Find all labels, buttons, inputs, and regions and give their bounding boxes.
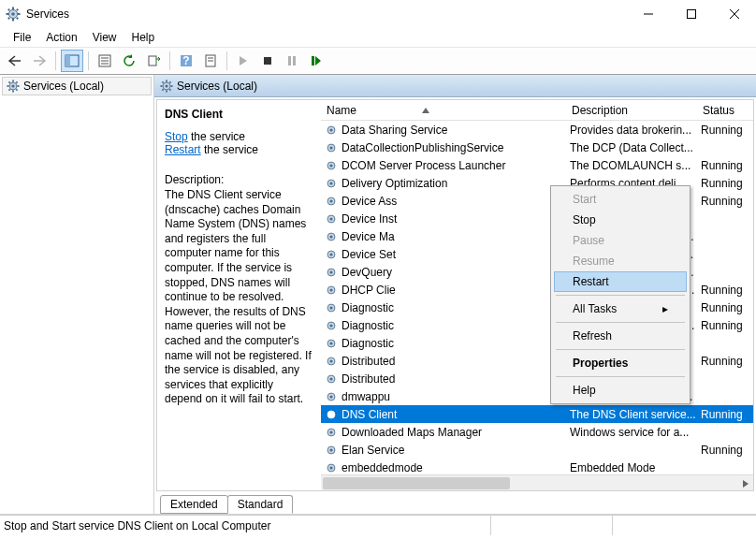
scroll-right-icon[interactable]	[737, 475, 753, 490]
ctx-stop[interactable]: Stop	[554, 210, 687, 230]
right-pane-title: Services (Local)	[177, 80, 257, 93]
table-row[interactable]: DNS ClientThe DNS Client service...Runni…	[321, 405, 753, 423]
svg-point-57	[329, 359, 332, 362]
svg-point-55	[329, 342, 332, 344]
service-name: DataCollectionPublishingService	[342, 141, 503, 154]
service-description: The DCOMLAUNCH s...	[566, 159, 697, 172]
table-row[interactable]: DataCollectionPublishingServiceThe DCP (…	[321, 138, 753, 156]
menu-view[interactable]: View	[85, 29, 124, 46]
menu-action[interactable]: Action	[38, 29, 84, 46]
svg-point-59	[329, 377, 332, 380]
ctx-help[interactable]: Help	[554, 380, 687, 401]
toolbar-separator	[169, 51, 170, 70]
service-name: dmwappu	[342, 390, 390, 403]
column-name[interactable]: Name	[321, 100, 566, 120]
titlebar: Services	[0, 0, 756, 28]
menu-file[interactable]: File	[6, 29, 38, 46]
svg-rect-27	[288, 56, 291, 66]
description-label: Description:	[165, 173, 313, 186]
service-name: Distributed	[342, 372, 395, 386]
export-button[interactable]	[142, 50, 165, 72]
help-topic-button[interactable]	[199, 50, 222, 72]
service-name: DCOM Server Process Launcher	[342, 159, 505, 172]
service-status: Running	[697, 408, 744, 421]
ctx-start: Start	[554, 189, 687, 210]
tree-item-label: Services (Local)	[23, 80, 104, 93]
svg-rect-11	[688, 10, 696, 19]
close-button[interactable]	[713, 0, 756, 28]
gear-icon	[325, 141, 338, 154]
gear-icon	[325, 212, 338, 226]
show-hide-tree-button[interactable]	[61, 50, 83, 72]
svg-rect-26	[264, 57, 271, 65]
restart-button[interactable]	[305, 50, 327, 72]
statusbar-cell	[490, 516, 612, 535]
svg-point-67	[329, 448, 332, 451]
service-name: DevQuery	[342, 266, 392, 279]
tree-item-services-local[interactable]: Services (Local)	[2, 77, 152, 95]
column-description[interactable]: Description	[566, 100, 697, 120]
ctx-refresh[interactable]: Refresh	[554, 326, 687, 346]
app-icon	[6, 7, 21, 22]
gear-icon	[325, 177, 338, 190]
ctx-properties[interactable]: Properties	[554, 353, 687, 373]
service-name: Delivery Optimization	[342, 177, 447, 190]
menu-separator	[556, 376, 685, 377]
scrollbar-thumb[interactable]	[323, 477, 510, 489]
gear-icon	[325, 337, 338, 350]
menu-help[interactable]: Help	[124, 29, 163, 46]
right-pane-header: Services (Local)	[154, 75, 756, 97]
properties-button[interactable]	[94, 50, 116, 72]
svg-rect-28	[293, 56, 296, 66]
selected-service-name: DNS Client	[165, 108, 313, 121]
service-name: Device Set	[342, 248, 396, 261]
table-row[interactable]: Downloaded Maps ManagerWindows service f…	[321, 423, 753, 441]
sort-asc-icon	[422, 108, 429, 113]
help-button[interactable]: ?	[175, 50, 197, 72]
minimize-button[interactable]	[627, 0, 670, 28]
stop-button[interactable]	[256, 50, 279, 72]
service-name: DHCP Clie	[342, 284, 396, 297]
column-status[interactable]: Status	[697, 100, 744, 120]
gear-icon	[325, 248, 338, 261]
service-description: The DNS Client service...	[566, 408, 697, 421]
stop-link[interactable]: Stop	[165, 130, 188, 143]
tab-extended[interactable]: Extended	[160, 495, 228, 514]
service-name: Downloaded Maps Manager	[342, 426, 482, 439]
refresh-button[interactable]	[118, 50, 140, 72]
gear-icon	[325, 319, 338, 332]
gear-icon	[160, 80, 173, 93]
submenu-arrow-icon: ▸	[662, 302, 668, 315]
gear-icon	[325, 426, 338, 439]
ctx-all-tasks[interactable]: All Tasks▸	[554, 299, 687, 319]
description-text: The DNS Client service (dnscache) caches…	[165, 188, 313, 407]
table-row[interactable]: Data Sharing ServiceProvides data broker…	[321, 121, 753, 138]
pause-button[interactable]	[281, 50, 303, 72]
ctx-restart[interactable]: Restart	[554, 271, 687, 292]
service-status: Running	[697, 159, 744, 172]
forward-button[interactable]	[28, 50, 51, 72]
gear-icon	[7, 80, 20, 93]
gear-icon	[325, 284, 338, 297]
svg-point-43	[329, 235, 332, 238]
service-name: Diagnostic	[342, 301, 394, 314]
restart-link[interactable]: Restart	[165, 143, 201, 156]
play-button[interactable]	[232, 50, 254, 72]
svg-point-51	[329, 306, 332, 309]
tab-standard[interactable]: Standard	[227, 495, 294, 514]
svg-rect-20	[149, 56, 156, 66]
table-row[interactable]: Elan ServiceRunning	[321, 441, 753, 459]
svg-point-41	[329, 217, 332, 220]
maximize-button[interactable]	[670, 0, 713, 28]
horizontal-scrollbar[interactable]	[321, 474, 753, 490]
gear-icon	[325, 408, 338, 421]
ctx-pause: Pause	[554, 230, 687, 251]
toolbar: ?	[0, 47, 756, 75]
svg-point-33	[329, 146, 332, 149]
back-button[interactable]	[4, 50, 26, 72]
service-status: Running	[697, 301, 744, 314]
menu-separator	[556, 295, 685, 296]
table-row[interactable]: DCOM Server Process LauncherThe DCOMLAUN…	[321, 156, 753, 174]
service-status: Running	[697, 195, 744, 208]
gear-icon	[325, 355, 338, 368]
